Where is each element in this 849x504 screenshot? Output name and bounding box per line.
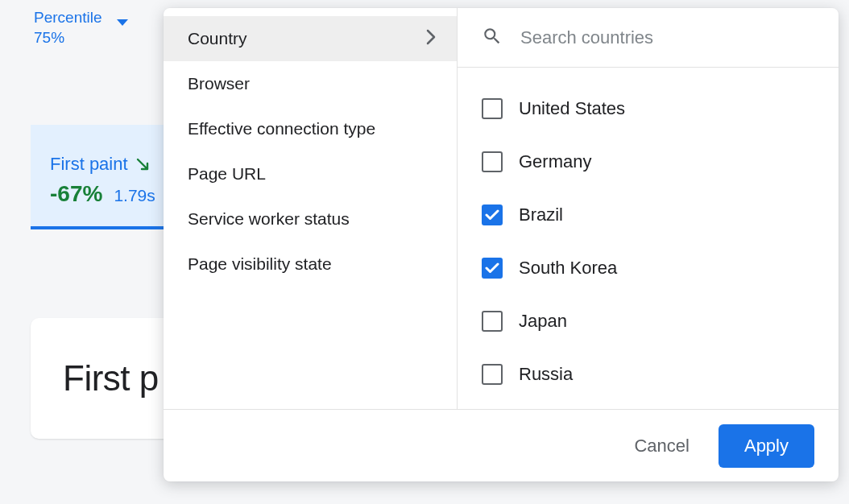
search-icon	[482, 26, 503, 50]
option-label: Germany	[519, 151, 591, 172]
dimension-item[interactable]: Service worker status	[164, 196, 457, 242]
checkbox[interactable]	[482, 364, 503, 385]
dimension-label: Page URL	[188, 164, 266, 184]
option-row[interactable]: Germany	[458, 135, 839, 188]
percentile-value: 75%	[34, 28, 102, 48]
first-paint-time: 1.79s	[114, 186, 155, 205]
caret-down-icon	[117, 14, 128, 29]
percentile-dropdown[interactable]: Percentile 75%	[34, 8, 128, 48]
option-row[interactable]: Russia	[458, 348, 839, 401]
option-label: United States	[519, 98, 625, 119]
chevron-right-icon	[426, 29, 436, 49]
checkbox[interactable]	[482, 311, 503, 332]
option-row[interactable]: Japan	[458, 295, 839, 348]
dimension-label: Effective connection type	[188, 119, 375, 138]
option-label: South Korea	[519, 258, 617, 279]
checkbox[interactable]	[482, 98, 503, 119]
search-input[interactable]	[520, 27, 814, 48]
option-label: Brazil	[519, 204, 563, 225]
dimension-item[interactable]: Effective connection type	[164, 106, 457, 151]
option-row[interactable]: United States	[458, 82, 839, 135]
first-paint-label: First paint	[50, 154, 128, 175]
checkbox[interactable]	[482, 258, 503, 279]
checkbox[interactable]	[482, 204, 503, 225]
dimension-label: Page visibility state	[188, 254, 332, 274]
checkbox[interactable]	[482, 151, 503, 172]
search-row	[458, 8, 839, 68]
dimension-item[interactable]: Page visibility state	[164, 242, 457, 287]
option-label: Japan	[519, 311, 567, 332]
dimension-item[interactable]: Page URL	[164, 151, 457, 196]
dimension-label: Browser	[188, 74, 250, 93]
apply-button[interactable]: Apply	[719, 424, 814, 468]
options-list: United StatesGermanyBrazilSouth KoreaJap…	[458, 68, 839, 409]
cancel-button[interactable]: Cancel	[629, 429, 694, 463]
trend-down-icon	[136, 156, 151, 175]
dimension-item[interactable]: Country	[164, 16, 457, 61]
first-paint-delta: -67%	[50, 181, 102, 207]
filter-modal: CountryBrowserEffective connection typeP…	[164, 8, 839, 481]
option-label: Russia	[519, 364, 573, 385]
heading-title: First p	[63, 358, 159, 399]
option-row[interactable]: South Korea	[458, 242, 839, 295]
dimension-label: Country	[188, 29, 247, 48]
percentile-label: Percentile	[34, 8, 102, 28]
dimension-item[interactable]: Browser	[164, 61, 457, 106]
dimension-label: Service worker status	[188, 209, 350, 229]
dimension-list: CountryBrowserEffective connection typeP…	[164, 8, 458, 409]
modal-footer: Cancel Apply	[164, 409, 839, 481]
option-row[interactable]: Brazil	[458, 188, 839, 242]
